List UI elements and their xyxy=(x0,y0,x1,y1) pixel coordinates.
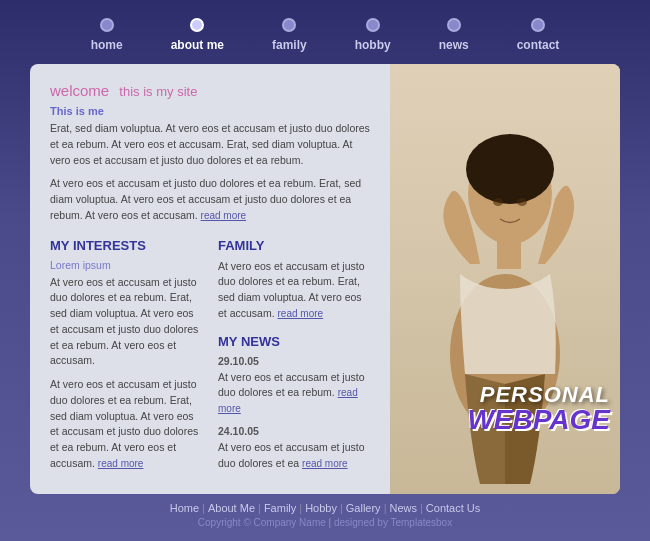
nav-item-hobby[interactable]: hobby xyxy=(355,18,391,52)
svg-point-5 xyxy=(493,198,503,206)
nav-item-contact[interactable]: contact xyxy=(517,18,560,52)
welcome-para2: At vero eos et accusam et justo duo dolo… xyxy=(50,176,370,223)
nav-label: news xyxy=(439,38,469,52)
news-items: 29.10.05 At vero eos et accusam et justo… xyxy=(218,355,370,472)
svg-rect-4 xyxy=(497,234,521,269)
copyright: Copyright © Company Name | designed by T… xyxy=(0,517,650,528)
nav-label: about me xyxy=(171,38,224,52)
news-date: 29.10.05 xyxy=(218,355,370,367)
nav-item-news[interactable]: news xyxy=(439,18,469,52)
footer-link[interactable]: Contact Us xyxy=(426,502,480,514)
footer-sep: | xyxy=(202,502,205,514)
copyright-text: Copyright © Company Name xyxy=(198,517,326,528)
interests-para2-text: At vero eos et accusam et justo duo dolo… xyxy=(50,378,198,469)
nav-dot xyxy=(531,18,545,32)
welcome-para1: Erat, sed diam voluptua. At vero eos et … xyxy=(50,121,370,168)
news-item-0: 29.10.05 At vero eos et accusam et justo… xyxy=(218,355,370,417)
welcome-title-text: WELCOME xyxy=(50,82,109,99)
personal-text: PERSONAL xyxy=(467,384,610,406)
footer-link[interactable]: Home xyxy=(170,502,199,514)
personal-webpage-overlay: PERSONAL WEBPAGE xyxy=(467,384,610,434)
nav-label: hobby xyxy=(355,38,391,52)
nav-dot xyxy=(190,18,204,32)
nav-dot xyxy=(282,18,296,32)
welcome-read-more[interactable]: read more xyxy=(201,210,247,221)
interests-subtitle: Lorem ipsum xyxy=(50,259,202,271)
interests-column: MY INTERESTS Lorem ipsum At vero eos et … xyxy=(50,238,202,480)
svg-point-6 xyxy=(517,198,527,206)
footer-sep: | xyxy=(340,502,343,514)
main-container: WELCOME this is my site This is me Erat,… xyxy=(30,64,620,494)
welcome-title: WELCOME this is my site xyxy=(50,82,370,99)
footer-link[interactable]: Gallery xyxy=(346,502,381,514)
content-area: WELCOME this is my site This is me Erat,… xyxy=(30,64,390,494)
footer-link[interactable]: Family xyxy=(264,502,296,514)
footer-link[interactable]: About Me xyxy=(208,502,255,514)
photo-placeholder: PERSONAL WEBPAGE xyxy=(390,64,620,494)
my-news-title: MY NEWS xyxy=(218,334,370,349)
news-read-more[interactable]: read more xyxy=(218,387,358,414)
news-text: At vero eos et accusam et justo duo dolo… xyxy=(218,370,370,417)
nav-dot xyxy=(447,18,461,32)
nav-label: contact xyxy=(517,38,560,52)
svg-point-3 xyxy=(466,134,554,204)
news-read-more[interactable]: read more xyxy=(302,458,348,469)
footer-sep: | xyxy=(420,502,423,514)
news-date: 24.10.05 xyxy=(218,425,370,437)
interests-read-more[interactable]: read more xyxy=(98,458,144,469)
nav-label: home xyxy=(91,38,123,52)
webpage-text: WEBPAGE xyxy=(467,406,610,434)
two-col-section: MY INTERESTS Lorem ipsum At vero eos et … xyxy=(50,238,370,480)
this-is-me-label: This is me xyxy=(50,105,370,117)
family-news-column: FAMILY At vero eos et accusam et justo d… xyxy=(218,238,370,480)
footer-link[interactable]: Hobby xyxy=(305,502,337,514)
interests-para2: At vero eos et accusam et justo duo dolo… xyxy=(50,377,202,472)
nav-item-family[interactable]: family xyxy=(272,18,307,52)
interests-para1: At vero eos et accusam et justo duo dolo… xyxy=(50,275,202,370)
nav-item-about-me[interactable]: about me xyxy=(171,18,224,52)
interests-title: MY INTERESTS xyxy=(50,238,202,253)
welcome-section: WELCOME this is my site This is me Erat,… xyxy=(50,82,370,224)
footer-sep: | xyxy=(384,502,387,514)
news-item-1: 24.10.05 At vero eos et accusam et justo… xyxy=(218,425,370,472)
footer-sep: | xyxy=(258,502,261,514)
nav-label: family xyxy=(272,38,307,52)
footer-links: Home|About Me|Family|Hobby|Gallery|News|… xyxy=(0,502,650,514)
footer: Home|About Me|Family|Hobby|Gallery|News|… xyxy=(0,494,650,532)
family-para: At vero eos et accusam et justo duo dolo… xyxy=(218,259,370,322)
family-title: FAMILY xyxy=(218,238,370,253)
nav-item-home[interactable]: home xyxy=(91,18,123,52)
footer-sep: | xyxy=(299,502,302,514)
photo-area: PERSONAL WEBPAGE xyxy=(390,64,620,494)
designed-by: designed by Templatesbox xyxy=(334,517,452,528)
nav-dot xyxy=(366,18,380,32)
nav-bar: home about me family hobby news contact xyxy=(0,0,650,64)
family-read-more[interactable]: read more xyxy=(278,308,324,319)
news-text: At vero eos et accusam et justo duo dolo… xyxy=(218,440,370,472)
footer-link[interactable]: News xyxy=(389,502,417,514)
welcome-subtitle: this is my site xyxy=(119,84,197,99)
nav-dot xyxy=(100,18,114,32)
